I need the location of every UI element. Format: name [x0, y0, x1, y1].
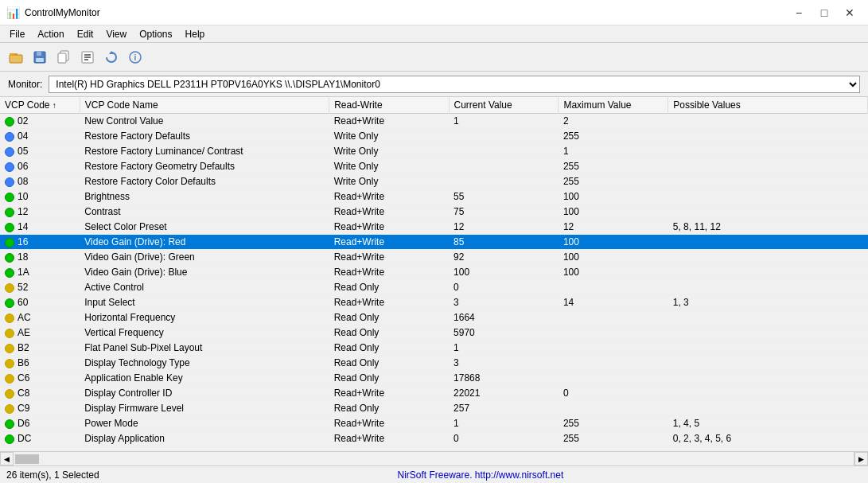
col-possible-values[interactable]: Possible Values: [668, 97, 868, 114]
cell-rw: Write Only: [329, 129, 449, 144]
table-row[interactable]: 02 New Control Value Read+Write 1 2: [0, 114, 868, 129]
cell-possible: 1, 3: [668, 295, 868, 310]
table-row[interactable]: 1A Video Gain (Drive): Blue Read+Write 1…: [0, 265, 868, 280]
status-bar: 26 item(s), 1 Selected NirSoft Freeware.…: [0, 465, 868, 483]
cell-current: 5970: [449, 325, 559, 341]
table-row[interactable]: 05 Restore Factory Luminance/ Contrast W…: [0, 144, 868, 159]
cell-max: 1: [559, 144, 668, 159]
cell-current: 257: [449, 401, 559, 416]
table-row[interactable]: C8 Display Controller ID Read+Write 2202…: [0, 386, 868, 401]
scroll-right-arrow[interactable]: ▶: [854, 452, 868, 465]
table-row[interactable]: B2 Flat Panel Sub-Pixel Layout Read Only…: [0, 341, 868, 356]
svg-rect-1: [10, 55, 22, 63]
menu-options[interactable]: Options: [133, 27, 178, 41]
table-row[interactable]: 60 Input Select Read+Write 3 14 1, 3: [0, 295, 868, 310]
monitor-select[interactable]: Intel(R) HD Graphics DELL P2311H PT0PV16…: [49, 76, 860, 93]
toolbar-save[interactable]: [29, 46, 51, 68]
cell-name: Display Application: [80, 431, 329, 446]
toolbar-properties[interactable]: i: [124, 46, 146, 68]
cell-rw: Read+Write: [329, 431, 449, 446]
close-button[interactable]: ✕: [838, 5, 862, 21]
table-row[interactable]: 12 Contrast Read+Write 75 100: [0, 204, 868, 220]
cell-rw: Read Only: [329, 310, 449, 325]
cell-max: [559, 356, 668, 371]
menu-help[interactable]: Help: [179, 27, 212, 41]
cell-possible: [668, 144, 868, 159]
cell-max: 0: [559, 386, 668, 401]
cell-possible: [668, 189, 868, 204]
table-row[interactable]: 14 Select Color Preset Read+Write 12 12 …: [0, 220, 868, 235]
table-row[interactable]: 08 Restore Factory Color Defaults Write …: [0, 174, 868, 189]
table-row[interactable]: 18 Video Gain (Drive): Green Read+Write …: [0, 250, 868, 265]
cell-vcp: 1A: [0, 265, 80, 280]
cell-current: 92: [449, 250, 559, 265]
cell-rw: Read+Write: [329, 386, 449, 401]
cell-possible: 1, 4, 5: [668, 416, 868, 431]
cell-vcp: 05: [0, 144, 80, 159]
cell-rw: Read Only: [329, 401, 449, 416]
minimize-button[interactable]: −: [787, 5, 811, 21]
table-row[interactable]: AE Vertical Frequency Read Only 5970: [0, 325, 868, 341]
menu-file[interactable]: File: [3, 27, 31, 41]
table-row[interactable]: 16 Video Gain (Drive): Red Read+Write 85…: [0, 235, 868, 250]
table-row[interactable]: DC Display Application Read+Write 0 255 …: [0, 431, 868, 446]
maximize-button[interactable]: □: [812, 5, 836, 21]
cell-name: Restore Factory Geometry Defaults: [80, 159, 329, 174]
cell-rw: Read Only: [329, 371, 449, 386]
scroll-left-arrow[interactable]: ◀: [0, 452, 14, 465]
cell-current: 3: [449, 356, 559, 371]
table-row[interactable]: 06 Restore Factory Geometry Defaults Wri…: [0, 159, 868, 174]
menu-edit[interactable]: Edit: [71, 27, 100, 41]
table-row[interactable]: 52 Active Control Read Only 0: [0, 280, 868, 295]
cell-rw: Read Only: [329, 356, 449, 371]
table-row[interactable]: 04 Restore Factory Defaults Write Only 2…: [0, 129, 868, 144]
toolbar-edit[interactable]: [76, 46, 99, 68]
cell-vcp: DC: [0, 431, 80, 446]
cell-name: Video Gain (Drive): Green: [80, 250, 329, 265]
status-count: 26 item(s), 1 Selected: [6, 469, 99, 481]
col-current-value[interactable]: Current Value: [449, 97, 559, 114]
toolbar-refresh[interactable]: [100, 46, 123, 68]
toolbar-copy[interactable]: [53, 46, 75, 68]
col-vcp-name[interactable]: VCP Code Name: [80, 97, 329, 114]
cell-name: Input Select: [80, 295, 329, 310]
cell-max: [559, 401, 668, 416]
col-read-write[interactable]: Read-Write: [329, 97, 449, 114]
cell-max: 12: [559, 220, 668, 235]
table-row[interactable]: C6 Application Enable Key Read Only 1786…: [0, 371, 868, 386]
h-scrollbar[interactable]: ◀ ▶: [0, 451, 868, 465]
cell-max: 100: [559, 189, 668, 204]
cell-current: 0: [449, 431, 559, 446]
cell-name: Restore Factory Defaults: [80, 129, 329, 144]
cell-current: 1: [449, 114, 559, 129]
cell-vcp: 04: [0, 129, 80, 144]
toolbar: i: [0, 43, 868, 72]
cell-rw: Read+Write: [329, 416, 449, 431]
cell-current: 85: [449, 235, 559, 250]
menu-action[interactable]: Action: [31, 27, 70, 41]
table-row[interactable]: D6 Power Mode Read+Write 1 255 1, 4, 5: [0, 416, 868, 431]
cell-vcp: D6: [0, 416, 80, 431]
menu-view[interactable]: View: [99, 27, 133, 41]
table-row[interactable]: AC Horizontal Frequency Read Only 1664: [0, 310, 868, 325]
table-row[interactable]: B6 Display Technology Type Read Only 3: [0, 356, 868, 371]
cell-rw: Read+Write: [329, 204, 449, 220]
cell-max: 14: [559, 295, 668, 310]
col-maximum-value[interactable]: Maximum Value: [559, 97, 668, 114]
cell-rw: Read Only: [329, 325, 449, 341]
table-row[interactable]: 10 Brightness Read+Write 55 100: [0, 189, 868, 204]
col-vcp-code[interactable]: VCP Code ↑: [0, 97, 80, 114]
table-scroll[interactable]: VCP Code ↑ VCP Code Name Read-Write Curr…: [0, 97, 868, 451]
cell-name: Select Color Preset: [80, 220, 329, 235]
table-row[interactable]: C9 Display Firmware Level Read Only 257: [0, 401, 868, 416]
cell-current: 55: [449, 189, 559, 204]
cell-rw: Read+Write: [329, 235, 449, 250]
cell-name: Display Controller ID: [80, 386, 329, 401]
toolbar-open[interactable]: [5, 46, 27, 68]
cell-rw: Read+Write: [329, 295, 449, 310]
cell-vcp: 12: [0, 204, 80, 220]
cell-possible: [668, 310, 868, 325]
cell-name: Video Gain (Drive): Blue: [80, 265, 329, 280]
scroll-thumb[interactable]: [15, 454, 39, 464]
cell-current: 1: [449, 341, 559, 356]
